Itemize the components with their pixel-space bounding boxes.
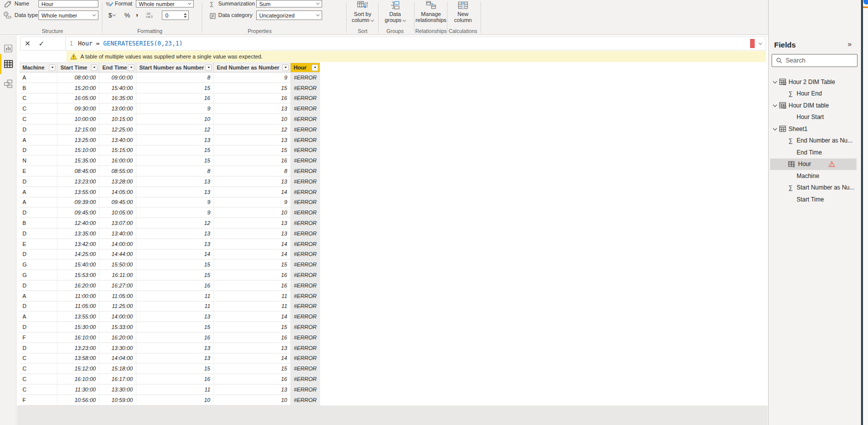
table-row[interactable]: G15:53:0016:11:001516#ERROR [19, 270, 320, 280]
percent-format-button[interactable]: % [123, 10, 132, 20]
column-header-end-number-as-number[interactable]: End Number as Number [214, 62, 291, 72]
field-item-hour-end[interactable]: ∑Hour End [769, 88, 862, 100]
field-item-hour[interactable]: ∑Hour [770, 158, 857, 170]
thousands-separator-button[interactable]: , [134, 10, 140, 20]
table-row[interactable]: A08:00:0009:00:0089#ERROR [19, 72, 320, 83]
table-row[interactable]: A11:00:0011:05:001111#ERROR [19, 291, 320, 302]
formula-bar[interactable]: ✕ ✓ 1Hour = GENERATESERIES(0,23,1) [20, 36, 766, 50]
column-filter-button[interactable] [91, 64, 97, 71]
column-filter-button[interactable] [312, 64, 318, 71]
table-row[interactable]: D13:35:0013:40:001313#ERROR [19, 228, 320, 239]
expander-chevron-icon[interactable] [772, 128, 778, 130]
data-groups-button[interactable]: Data groups [380, 1, 410, 26]
column-header-start-number-as-number[interactable]: Start Number as Number [136, 62, 214, 72]
table-row[interactable]: A09:39:0009:45:0099#ERROR [19, 198, 320, 208]
field-item-start-time[interactable]: Start Time [769, 194, 862, 206]
view-switcher-rail [0, 36, 16, 425]
cell-start-number-as-number: 16 [136, 332, 214, 343]
stepper-down-icon[interactable] [184, 16, 187, 18]
model-view-button[interactable] [0, 74, 16, 92]
field-item-hour-2-dim-table[interactable]: Hour 2 DIM Table [769, 76, 862, 88]
table-row[interactable]: C11:30:0013:30:001113#ERROR [19, 384, 320, 395]
field-item-machine[interactable]: Machine [769, 170, 862, 182]
data-view-button[interactable] [0, 55, 16, 73]
expander-chevron-icon[interactable] [772, 80, 778, 84]
column-header-end-time[interactable]: End Time [99, 62, 136, 72]
table-row[interactable]: D14:25:0014:44:001414#ERROR [19, 250, 320, 260]
table-row[interactable]: A13:25:0013:40:001313#ERROR [19, 135, 320, 146]
sort-by-column-button[interactable]: Sort by column [349, 1, 376, 26]
cell-hour: #ERROR [291, 83, 320, 94]
column-header-machine[interactable]: Machine [19, 62, 57, 72]
data-type-select[interactable]: Whole number [38, 10, 98, 20]
cell-start-time: 15:30:00 [57, 322, 99, 332]
table-row[interactable]: C10:00:0010:15:001010#ERROR [19, 114, 320, 124]
table-row[interactable]: D13:23:0013:30:001313#ERROR [19, 343, 320, 354]
table-row[interactable]: E13:42:0014:00:001314#ERROR [19, 239, 320, 250]
column-filter-button[interactable] [128, 64, 134, 71]
column-filter-button[interactable] [49, 64, 55, 71]
sigma-icon: ∑ [788, 184, 794, 191]
column-header-label: Machine [22, 64, 44, 70]
cell-hour: #ERROR [291, 104, 320, 114]
field-item-start-number-as-nu[interactable]: ∑Start Number as Nu... [769, 182, 862, 194]
format-select[interactable]: Whole number [136, 0, 194, 8]
fields-search-box[interactable]: Search [772, 54, 858, 67]
table-row[interactable]: C16:10:0016:17:001616#ERROR [19, 374, 320, 384]
table-row[interactable]: D15:30:0015:33:001515#ERROR [19, 322, 320, 332]
table-row[interactable]: N15:35:0016:00:001516#ERROR [19, 156, 320, 166]
table-row[interactable]: B12:40:0013:07:001213#ERROR [19, 218, 320, 228]
table-row[interactable]: F16:10:0016:20:001616#ERROR [19, 332, 320, 343]
cell-hour: #ERROR [291, 332, 320, 343]
cell-start-number-as-number: 10 [136, 395, 214, 406]
table-row[interactable]: D11:05:0011:25:001111#ERROR [19, 302, 320, 312]
field-item-sheet1[interactable]: Sheet1 [769, 123, 862, 135]
table-row[interactable]: D15:10:0015:15:001515#ERROR [19, 146, 320, 156]
table-row[interactable]: D16:20:0016:27:001616#ERROR [19, 280, 320, 291]
table-row[interactable]: B15:20:0015:40:001515#ERROR [19, 83, 320, 94]
field-label: Start Time [797, 196, 824, 203]
table-row[interactable]: A13:55:0014:00:001314#ERROR [19, 312, 320, 322]
column-header-start-time[interactable]: Start Time [57, 62, 99, 72]
field-item-hour-start[interactable]: Hour Start [769, 112, 862, 124]
expand-formula-bar-button[interactable] [755, 42, 766, 45]
field-item-end-time[interactable]: End Time [769, 146, 862, 158]
table-row[interactable]: D13:23:0013:28:001313#ERROR [19, 176, 320, 187]
cell-end-number-as-number: 16 [214, 332, 291, 343]
cell-end-time: 12:25:00 [99, 124, 136, 135]
table-row[interactable]: C09:30:0013:00:00913#ERROR [19, 104, 320, 114]
commit-formula-button[interactable]: ✓ [34, 38, 48, 50]
summarization-select[interactable]: Sum [256, 0, 322, 8]
expander-chevron-icon[interactable] [772, 104, 778, 107]
table-row[interactable]: C13:58:0014:04:001314#ERROR [19, 354, 320, 364]
table-row[interactable]: A13:55:0014:05:001314#ERROR [19, 187, 320, 198]
cell-end-time: 16:11:00 [99, 270, 136, 280]
field-item-end-number-as-nu[interactable]: ∑End Number as Nu... [769, 135, 862, 147]
table-row[interactable]: F10:56:0010:59:001010#ERROR [19, 395, 320, 406]
field-item-hour-dim-table[interactable]: Hour DIM table [769, 100, 862, 112]
table-row[interactable]: E08:45:0008:55:0088#ERROR [19, 166, 320, 176]
collapse-fields-pane-button[interactable]: » [848, 40, 852, 48]
column-filter-button[interactable] [282, 64, 289, 71]
currency-format-button[interactable]: $ [107, 10, 117, 20]
manage-relationships-button[interactable]: Manage relationships [415, 1, 447, 26]
cell-machine: C [19, 384, 57, 395]
table-row[interactable]: G15:40:0015:50:001515#ERROR [19, 260, 320, 270]
cell-start-number-as-number: 16 [136, 94, 214, 104]
cell-start-time: 16:10:00 [57, 374, 99, 384]
column-header-hour[interactable]: Hour [291, 62, 320, 72]
decimal-places-stepper[interactable]: 0 [162, 10, 189, 20]
table-row[interactable]: D12:15:0012:25:001212#ERROR [19, 124, 320, 135]
table-row[interactable]: C16:05:0016:35:001616#ERROR [19, 94, 320, 104]
column-filter-button[interactable] [205, 64, 212, 71]
cell-hour: #ERROR [291, 228, 320, 239]
table-row[interactable]: D09:45:0010:05:00910#ERROR [19, 208, 320, 218]
stepper-up-icon[interactable] [184, 13, 187, 15]
decimal-places-icon[interactable]: .000 [143, 10, 155, 20]
table-row[interactable]: C15:12:0015:18:001515#ERROR [19, 364, 320, 374]
data-category-select[interactable]: Uncategorized [256, 10, 322, 20]
cancel-formula-button[interactable]: ✕ [20, 38, 34, 50]
new-column-button[interactable]: New column [449, 1, 477, 26]
dax-expression[interactable]: 1Hour = GENERATESERIES(0,23,1) [69, 40, 183, 47]
name-input[interactable]: Hour [38, 0, 98, 8]
